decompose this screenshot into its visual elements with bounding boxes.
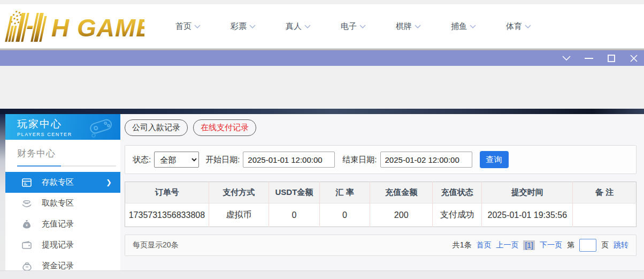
total-count-text: 共1条: [453, 240, 472, 250]
end-date-input[interactable]: [380, 152, 472, 168]
titlebar-chevron-down-icon[interactable]: [562, 54, 571, 63]
jump-button[interactable]: 跳转: [614, 240, 628, 250]
nav-item-sports[interactable]: 体育: [506, 21, 531, 32]
chevron-down-icon: [359, 25, 366, 28]
section-underline: [17, 165, 116, 167]
nav-item-lottery[interactable]: 彩票: [231, 21, 256, 32]
col-order-id: 订单号: [125, 182, 209, 203]
nav-label: 电子: [341, 21, 357, 32]
record-tabs: 公司入款记录 在线支付记录: [125, 119, 637, 136]
sidebar-item-label: 提现记录: [42, 240, 74, 250]
sidebar-item-recharge-records[interactable]: ¥ 充值记录: [5, 214, 120, 235]
sidebar-item-label: 存款专区: [42, 177, 74, 187]
site-header: H GAME 首页 彩票 真人 电子 棋牌 捕鱼 体育: [0, 4, 644, 48]
sidebar: 玩家中心 PLAYERS CENTER 财务中心: [5, 114, 120, 270]
nav-item-slots[interactable]: 电子: [341, 21, 366, 32]
page-jump-input[interactable]: [579, 239, 596, 252]
logo[interactable]: H GAME: [4, 10, 144, 43]
main-content: 公司入款记录 在线支付记录 状态: 全部 开始日期: 结束日期: 查询 订单号 …: [120, 114, 644, 270]
tab-online-payment-records[interactable]: 在线支付记录: [193, 119, 256, 136]
chevron-down-icon: [525, 25, 531, 28]
nav-item-fishing[interactable]: 捕鱼: [451, 21, 476, 32]
section-title: 财务中心: [17, 147, 115, 160]
start-date-input[interactable]: [243, 152, 335, 168]
funds-purse-icon: [21, 261, 32, 271]
page-size-text: 每页显示20条: [133, 240, 179, 250]
deposit-card-icon: [21, 177, 32, 188]
table-header-row: 订单号 支付方式 USDT金额 汇 率 充值金额 充值状态 提交时间 备 注: [125, 182, 637, 203]
chevron-down-icon: [249, 25, 256, 28]
nav-label: 首页: [175, 21, 191, 32]
start-date-label: 开始日期:: [205, 155, 240, 165]
current-page-indicator: [1]: [523, 240, 535, 250]
records-table: 订单号 支付方式 USDT金额 汇 率 充值金额 充值状态 提交时间 备 注 1…: [125, 182, 637, 227]
main-nav: 首页 彩票 真人 电子 棋牌 捕鱼 体育: [175, 21, 531, 32]
left-edge-strip: [0, 114, 5, 270]
pagination-panel: 每页显示20条 共1条 首页 上一页 [1] 下一页 第 页 跳转: [125, 235, 637, 256]
nav-item-live[interactable]: 真人: [286, 21, 311, 32]
cell-recharge-amount: 200: [370, 203, 433, 227]
finance-center-section: 财务中心: [5, 140, 120, 167]
players-center-header: 玩家中心 PLAYERS CENTER: [5, 114, 120, 140]
recharge-bag-icon: ¥: [21, 219, 32, 230]
cell-submit-time: 2025-01-01 19:35:56: [482, 203, 573, 227]
sidebar-item-label: 资金记录: [42, 261, 74, 270]
end-date-label: 结束日期:: [342, 155, 377, 165]
svg-text:¥: ¥: [26, 223, 28, 227]
nav-label: 捕鱼: [451, 21, 467, 32]
prev-page-link[interactable]: 上一页: [496, 240, 518, 250]
col-usdt-amount: USDT金额: [269, 182, 320, 203]
table-row: 1735731356833808 虚拟币 0 0 200 支付成功 2025-0…: [125, 203, 637, 227]
col-remark: 备 注: [573, 182, 637, 203]
logo-text: H GAME: [51, 14, 144, 42]
status-label: 状态:: [133, 155, 151, 165]
decorative-dark-band: [0, 109, 644, 114]
col-recharge-status: 充值状态: [433, 182, 482, 203]
nav-item-home[interactable]: 首页: [175, 21, 201, 32]
sidebar-item-withdraw[interactable]: 取款专区: [5, 193, 120, 214]
col-exchange-rate: 汇 率: [320, 182, 370, 203]
pagination-controls: 共1条 首页 上一页 [1] 下一页 第 页 跳转: [453, 239, 628, 252]
col-recharge-amount: 充值金额: [370, 182, 433, 203]
status-select[interactable]: 全部: [154, 152, 199, 168]
bottom-strip: [0, 270, 644, 279]
sidebar-item-funds-records[interactable]: 资金记录: [5, 255, 120, 270]
first-page-link[interactable]: 首页: [476, 240, 491, 250]
nav-label: 棋牌: [396, 21, 412, 32]
chevron-right-icon: ❯: [106, 178, 112, 186]
withdraw-hand-icon: [21, 198, 32, 209]
spacer-area: [0, 66, 644, 109]
nav-label: 彩票: [231, 21, 247, 32]
window-titlebar: [0, 50, 644, 66]
sidebar-item-label: 充值记录: [42, 219, 74, 229]
col-submit-time: 提交时间: [482, 182, 573, 203]
next-page-link[interactable]: 下一页: [540, 240, 562, 250]
cell-order-id: 1735731356833808: [125, 203, 209, 227]
tab-company-deposit-records[interactable]: 公司入款记录: [125, 119, 188, 136]
cell-recharge-status: 支付成功: [433, 203, 482, 227]
jump-prefix-label: 第: [567, 240, 574, 250]
top-strip: [0, 0, 644, 4]
nav-label: 真人: [286, 21, 302, 32]
wallet-icon: [21, 240, 32, 251]
col-payment-method: 支付方式: [209, 182, 269, 203]
close-icon[interactable]: [629, 54, 639, 63]
cell-exchange-rate: 0: [320, 203, 370, 227]
cell-usdt-amount: 0: [269, 203, 320, 227]
jump-suffix-label: 页: [601, 240, 609, 250]
cell-payment-method: 虚拟币: [209, 203, 269, 227]
cell-remark: [573, 203, 637, 227]
nav-label: 体育: [506, 21, 522, 32]
maximize-icon[interactable]: [607, 54, 616, 63]
sidebar-item-deposit[interactable]: 存款专区 ❯: [5, 172, 120, 193]
hh-game-logo-icon: H GAME: [4, 10, 144, 43]
chevron-down-icon: [470, 25, 476, 28]
minimize-icon[interactable]: [584, 54, 594, 63]
gamepad-icon: [87, 116, 115, 138]
nav-item-board[interactable]: 棋牌: [396, 21, 421, 32]
sidebar-item-label: 取款专区: [42, 198, 74, 208]
chevron-down-icon: [194, 25, 201, 28]
sidebar-menu: 存款专区 ❯ 取款专区 ¥ 充值记录 提现记录: [5, 172, 120, 270]
sidebar-item-withdrawal-records[interactable]: 提现记录: [5, 235, 120, 255]
search-button[interactable]: 查询: [480, 151, 509, 168]
